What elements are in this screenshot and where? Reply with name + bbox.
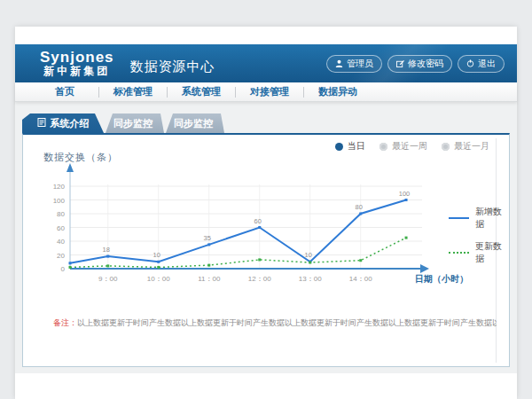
- content-area: 系统介绍 同步监控 同步监控 当日 最近一周: [15, 102, 517, 373]
- user-label: 管理员: [347, 58, 373, 70]
- tab-label: 系统介绍: [51, 117, 90, 130]
- change-password-label: 修改密码: [408, 58, 443, 70]
- footnote-prefix: 备注：: [53, 318, 77, 327]
- data-point: [405, 237, 408, 239]
- legend-label: 更新数据: [475, 240, 509, 265]
- data-point-label: 100: [399, 190, 411, 198]
- radio-dot: [379, 143, 387, 151]
- y-tick-label: 100: [53, 197, 66, 205]
- legend-line-sample: [449, 252, 469, 254]
- legend-line-sample: [449, 217, 469, 219]
- data-point: [106, 255, 109, 258]
- footnote-text: 以上数据更新于时间产生数据以上数据更新于时间产生数据以上数据更新于时间产生数据以…: [77, 318, 497, 327]
- page-card: Synjones 新中新集团 数据资源中心 管理员 修改密码 退出: [15, 27, 517, 399]
- tab-bar: 系统介绍 同步监控 同步监控: [22, 113, 510, 133]
- x-tick-label: 13：00: [299, 275, 322, 283]
- data-point-label: 60: [254, 217, 262, 225]
- radio-dot: [442, 143, 450, 151]
- legend-label: 新增数据: [475, 206, 509, 231]
- data-point-label: 10: [305, 251, 312, 259]
- user-icon: [335, 59, 343, 67]
- x-axis-title: 日期（小时）: [415, 274, 468, 284]
- page-top-strip: [15, 27, 517, 44]
- radio-today[interactable]: 当日: [335, 140, 365, 153]
- brand-logo-cn: 新中新集团: [40, 66, 114, 77]
- nav-item-interface-mgmt[interactable]: 对接管理: [236, 85, 303, 98]
- y-tick-label: 0: [61, 265, 66, 273]
- logout-label: 退出: [478, 58, 496, 70]
- brand-logo: Synjones 新中新集团: [40, 50, 114, 76]
- tab-label: 同步监控: [113, 117, 153, 130]
- data-point: [207, 243, 210, 246]
- data-point: [69, 262, 72, 264]
- y-tick-label: 60: [57, 224, 65, 232]
- chart-panel: 当日 最近一周 最近一月 数据交换（条） 0204060801001209：00…: [22, 133, 510, 367]
- y-tick-label: 40: [57, 238, 65, 246]
- radio-last-week[interactable]: 最近一周: [379, 140, 427, 153]
- radio-label: 当日: [348, 140, 365, 153]
- data-point: [405, 199, 408, 201]
- data-point: [69, 266, 72, 269]
- tab-system-intro[interactable]: 系统介绍: [22, 113, 104, 133]
- y-axis-arrow: [66, 163, 74, 172]
- data-point: [359, 213, 362, 215]
- power-icon: [466, 59, 474, 67]
- chart-legend: 新增数据 更新数据: [449, 206, 509, 265]
- data-point: [258, 226, 261, 229]
- app-header: Synjones 新中新集团 数据资源中心 管理员 修改密码 退出: [15, 44, 517, 82]
- data-point-label: 18: [103, 246, 110, 254]
- tab-sync-monitor-2[interactable]: 同步监控: [162, 113, 224, 133]
- x-tick-label: 10：00: [147, 275, 170, 283]
- header-actions: 管理员 修改密码 退出: [326, 55, 505, 73]
- nav-item-standard-mgmt[interactable]: 标准管理: [99, 85, 167, 98]
- data-point: [157, 261, 160, 263]
- radio-dot: [335, 143, 343, 151]
- data-point: [309, 262, 311, 264]
- time-range-filter: 当日 最近一周 最近一月: [335, 140, 489, 153]
- main-nav: 首页 标准管理 系统管理 对接管理 数据异动: [15, 82, 517, 102]
- x-tick-label: 11：00: [198, 275, 221, 283]
- y-tick-label: 20: [57, 252, 65, 260]
- data-point-label: 35: [204, 234, 211, 242]
- radio-label: 最近一周: [392, 140, 427, 153]
- data-point: [207, 264, 210, 267]
- x-axis-arrow: [420, 264, 429, 273]
- y-tick-label: 80: [57, 210, 65, 218]
- page-title: 数据资源中心: [130, 59, 215, 75]
- legend-item-updated-data[interactable]: 更新数据: [449, 240, 509, 265]
- nav-item-data-change[interactable]: 数据异动: [304, 85, 372, 98]
- data-point-label: 10: [153, 251, 160, 259]
- radio-label: 最近一月: [454, 140, 489, 153]
- y-tick-label: 120: [53, 183, 66, 191]
- legend-item-new-data[interactable]: 新增数据: [449, 206, 509, 231]
- footnote: 备注：以上数据更新于时间产生数据以上数据更新于时间产生数据以上数据更新于时间产生…: [53, 317, 497, 329]
- tab-label: 同步监控: [174, 117, 213, 130]
- tab-sync-monitor-1[interactable]: 同步监控: [102, 113, 164, 133]
- x-tick-label: 9：00: [98, 275, 118, 283]
- data-point: [258, 258, 261, 261]
- line-chart: 0204060801001209：0010：0011：0012：0013：001…: [27, 161, 511, 296]
- chart-svg: 0204060801001209：0010：0011：0012：0013：001…: [27, 161, 511, 296]
- nav-item-home[interactable]: 首页: [31, 85, 98, 98]
- x-tick-label: 14：00: [349, 275, 372, 283]
- brand-logo-text: Synjones: [40, 50, 114, 66]
- document-icon: [37, 118, 46, 129]
- edit-icon: [396, 59, 404, 67]
- radio-last-month[interactable]: 最近一月: [442, 140, 489, 153]
- data-point: [106, 264, 109, 267]
- change-password-button[interactable]: 修改密码: [387, 55, 452, 73]
- data-point: [157, 266, 160, 269]
- logout-button[interactable]: 退出: [458, 55, 505, 73]
- series-line-1: [70, 238, 406, 267]
- user-button[interactable]: 管理员: [326, 55, 382, 73]
- x-tick-label: 12：00: [248, 275, 271, 283]
- data-point: [359, 259, 362, 262]
- data-point-label: 80: [356, 203, 363, 211]
- nav-item-system-mgmt[interactable]: 系统管理: [168, 85, 235, 98]
